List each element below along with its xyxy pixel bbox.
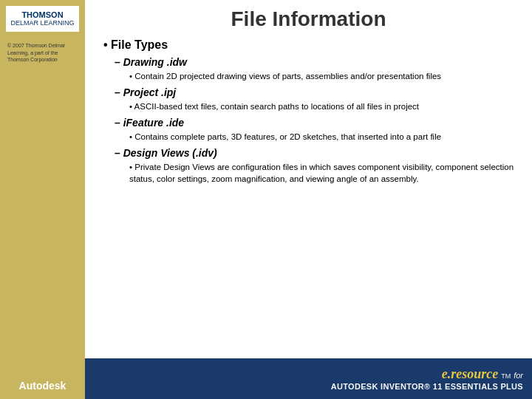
- logo-area: THOMSON DELMAR LEARNING: [6, 6, 79, 32]
- eresource-text: e.resource: [442, 366, 498, 382]
- bullet-drawing: Contain 2D projected drawing views of pa…: [129, 70, 517, 82]
- autodesk-label: Autodesk: [0, 380, 85, 392]
- page-title: File Information: [100, 7, 517, 31]
- eresource-logo: e.resource TM for: [442, 366, 523, 382]
- subheading-design-views: – Design Views (.idv): [115, 147, 517, 159]
- subheading-project: – Project .ipj: [115, 86, 517, 98]
- sidebar-bottom: Autodesk: [0, 380, 85, 392]
- product-name: AUTODESK INVENTOR® 11 ESSENTIALS PLUS: [331, 382, 523, 391]
- subheading-ifeature: – iFeature .ide: [115, 117, 517, 129]
- thomson-logo: THOMSON: [9, 10, 76, 19]
- eresource-for-label: for: [514, 371, 523, 380]
- bullet-design-views: Private Design Views are configuration f…: [129, 161, 517, 185]
- subheading-drawing: – Drawing .idw: [115, 56, 517, 68]
- bullet-project: ASCII-based text files, contain search p…: [129, 100, 517, 112]
- bullet-ifeature: Contains complete parts, 3D features, or…: [129, 131, 517, 143]
- bottom-bar: e.resource TM for AUTODESK INVENTOR® 11 …: [85, 358, 532, 399]
- eresource-tm: TM: [501, 372, 511, 380]
- eresource-area: e.resource TM for AUTODESK INVENTOR® 11 …: [331, 366, 523, 391]
- delmar-logo: DELMAR LEARNING: [9, 19, 76, 27]
- copyright-text: © 2007 Thomson Delmar Learning, a part o…: [6, 42, 79, 64]
- main-content: File Information • File Types – Drawing …: [85, 0, 532, 358]
- sidebar: THOMSON DELMAR LEARNING © 2007 Thomson D…: [0, 0, 85, 399]
- section-heading: • File Types: [103, 38, 517, 52]
